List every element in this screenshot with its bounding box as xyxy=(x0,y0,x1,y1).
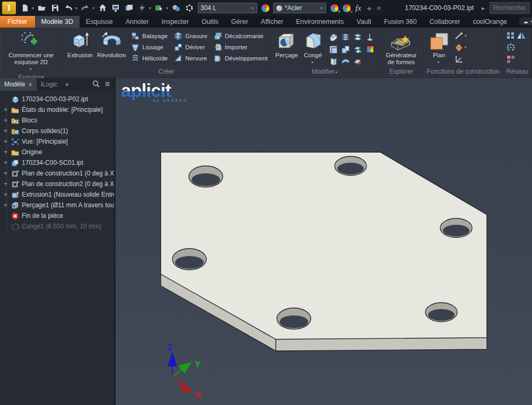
qat-add-button[interactable]: + xyxy=(364,4,374,13)
clear-appearance-button[interactable]: × xyxy=(341,2,352,14)
expand-icon[interactable]: + xyxy=(3,160,8,166)
ucs-button[interactable] xyxy=(454,55,464,64)
inventor-app-button[interactable]: I xyxy=(2,2,16,14)
expand-icon[interactable]: + xyxy=(3,181,8,187)
tab-outils[interactable]: Outils xyxy=(195,16,225,28)
tab-coolorange[interactable]: coolOrange xyxy=(466,16,513,28)
thicken-offset-button[interactable] xyxy=(340,56,352,67)
browser-add-tab-button[interactable]: + xyxy=(62,80,72,89)
tree-item-end-of-part[interactable]: Fin de la pièce xyxy=(0,210,114,221)
select-tool-button[interactable] xyxy=(153,2,165,14)
local-update-button[interactable] xyxy=(136,2,149,14)
developpement-button[interactable]: Développement xyxy=(212,52,269,64)
nervure-button[interactable]: Nervure xyxy=(172,52,209,64)
point-caret-icon[interactable]: ▾ xyxy=(464,45,468,50)
split-button[interactable] xyxy=(352,31,364,43)
help-search-input[interactable] xyxy=(493,4,526,12)
update-caret-icon[interactable]: ▾ xyxy=(148,6,152,11)
start-2d-sketch-button[interactable]: Commencer une esquisse 2D ▾ xyxy=(3,30,59,73)
browser-tab-modele[interactable]: Modèle × xyxy=(0,78,37,91)
rectangular-pattern-button[interactable] xyxy=(506,31,516,40)
sketch-driven-pattern-button[interactable] xyxy=(506,55,516,63)
thread-button[interactable] xyxy=(340,31,352,43)
render-wheel-icon[interactable] xyxy=(183,2,196,14)
percage-button[interactable]: Perçage xyxy=(273,30,300,59)
cloud-menu-button[interactable]: ☁ ▾ xyxy=(519,17,532,25)
browser-menu-button[interactable]: ≡ xyxy=(105,80,110,89)
expand-icon[interactable]: + xyxy=(3,118,8,124)
chamfer-button[interactable] xyxy=(328,31,339,43)
expand-icon[interactable]: + xyxy=(3,171,8,177)
tab-afficher[interactable]: Afficher xyxy=(255,16,290,28)
parameters-fx-button[interactable]: fx xyxy=(353,4,364,13)
new-file-button[interactable] xyxy=(19,2,31,14)
revolution-button[interactable]: Révolution xyxy=(95,30,128,59)
appearance-wheel-button[interactable] xyxy=(259,2,271,14)
conge-button[interactable]: Congé ▾ xyxy=(300,30,326,66)
lissage-button[interactable]: Lissage xyxy=(129,41,169,52)
panel-label-construction[interactable]: Fonctions de construction xyxy=(424,67,503,77)
plan-button[interactable]: Plan ▾ xyxy=(426,30,452,66)
expand-icon[interactable]: + xyxy=(3,192,8,198)
draft-button[interactable] xyxy=(328,56,339,67)
gravure-button[interactable]: E Gravure xyxy=(172,30,209,41)
open-file-button[interactable] xyxy=(36,2,48,14)
browser-tab-ilogic[interactable]: iLogic xyxy=(37,78,62,91)
tree-item-reference-part[interactable]: + 170234-C00-SC01.ipt xyxy=(0,157,114,168)
circular-pattern-button[interactable] xyxy=(506,43,516,51)
qat-customize-button[interactable]: ≡ xyxy=(375,4,383,12)
tab-collaborer[interactable]: Collaborer xyxy=(423,16,467,28)
search-expand-icon[interactable]: ▸ xyxy=(482,5,485,12)
tree-item-workplane-1[interactable]: + Plan de construction1 (0 deg à XY Pla xyxy=(0,168,114,179)
axis-button[interactable] xyxy=(454,32,464,40)
expand-icon[interactable]: + xyxy=(3,149,8,155)
part-3d-view[interactable]: Z Y X xyxy=(116,78,532,405)
tab-fusion-360[interactable]: Fusion 360 xyxy=(378,16,423,28)
tree-item-root-part[interactable]: 170234-C00-03-P02.ipt xyxy=(0,94,114,104)
new-file-caret-icon[interactable]: ▾ xyxy=(31,6,35,11)
browser-tab-close-icon[interactable]: × xyxy=(28,81,32,89)
graphics-viewport[interactable]: aplicit by NESSED xyxy=(116,78,532,405)
display-settings-button[interactable] xyxy=(109,2,122,14)
panel-label-modifier[interactable]: Modifier ▾ xyxy=(271,67,379,77)
appearance-spheres-icon[interactable] xyxy=(170,2,182,14)
axis-caret-icon[interactable]: ▾ xyxy=(464,33,468,38)
point-button[interactable] xyxy=(454,43,464,52)
save-button[interactable] xyxy=(49,2,62,14)
copy-object-button[interactable] xyxy=(352,43,364,55)
expand-icon[interactable]: + xyxy=(3,107,8,113)
balayage-button[interactable]: Balayage xyxy=(129,30,169,41)
tab-modele-3d[interactable]: Modèle 3D xyxy=(35,16,80,28)
help-search-box[interactable] xyxy=(490,2,530,14)
helicoide-button[interactable]: Hélicoïde xyxy=(129,52,169,64)
shape-generator-button[interactable]: Générateur de formes xyxy=(382,30,421,66)
expand-icon[interactable]: + xyxy=(3,128,8,134)
panel-label-explorer[interactable]: Explorer xyxy=(379,67,423,77)
importer-button[interactable]: Importer xyxy=(212,41,269,52)
redo-caret-icon[interactable]: ▾ xyxy=(91,6,95,11)
decalcomanie-button[interactable]: Décalcomanie xyxy=(212,30,269,41)
tree-item-extrusion1[interactable]: + Extrusion1 (Nouveau solide Entre) xyxy=(0,189,114,200)
undo-caret-icon[interactable]: ▾ xyxy=(74,6,79,11)
undo-button[interactable] xyxy=(62,2,75,14)
tree-item-workplane-2[interactable]: + Plan de construction2 (0 deg à XY Pla xyxy=(0,179,114,189)
browser-search-button[interactable] xyxy=(92,80,100,89)
bend-part-button[interactable] xyxy=(364,31,376,43)
tab-annoter[interactable]: Annoter xyxy=(119,16,155,28)
tab-inspecter[interactable]: Inspecter xyxy=(155,16,195,28)
tree-item-model-states[interactable]: + États du modèle: [Principale] xyxy=(0,104,114,115)
delete-face-button[interactable] xyxy=(352,56,364,67)
panel-label-creer[interactable]: Créer xyxy=(63,67,270,77)
select-caret-icon[interactable]: ▾ xyxy=(165,6,169,11)
combine-button[interactable] xyxy=(340,43,352,55)
shell-button[interactable] xyxy=(328,43,339,55)
tree-item-conge1-suppressed[interactable]: Congé1 (6.500 mm, 10 mm) xyxy=(0,221,114,232)
tab-fichier[interactable]: Fichier xyxy=(0,16,35,28)
tab-vault[interactable]: Vault xyxy=(350,16,378,28)
tree-item-corps-solides[interactable]: + Corps solides(1) xyxy=(0,126,114,136)
home-view-button[interactable] xyxy=(96,2,109,14)
deriver-button[interactable]: Dériver xyxy=(172,41,209,52)
tab-esquisse[interactable]: Esquisse xyxy=(80,16,119,28)
tab-environnements[interactable]: Environnements xyxy=(290,16,350,28)
panel-label-reseau[interactable]: Réseau xyxy=(503,67,531,77)
